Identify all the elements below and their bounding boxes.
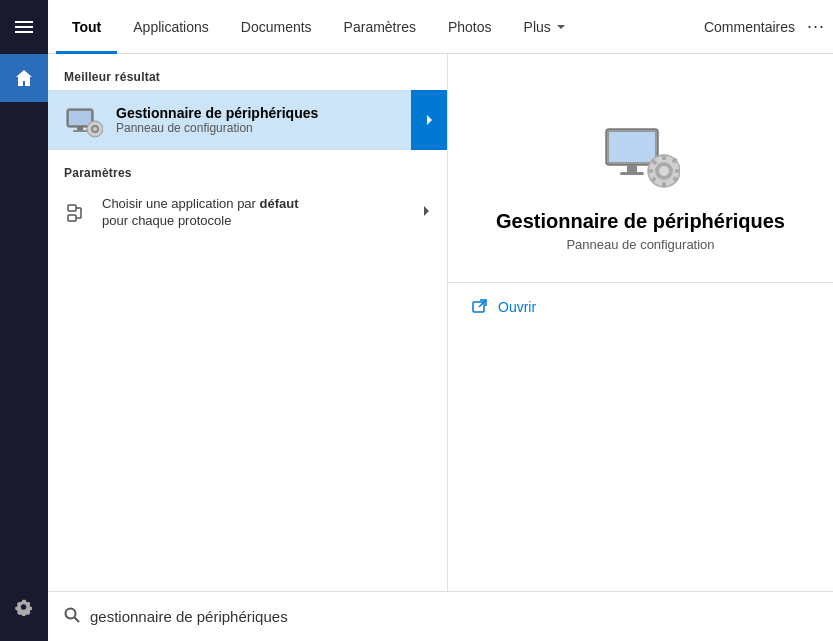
tabbar: Tout Applications Documents Paramètres P… [48,0,833,54]
svg-rect-2 [77,127,83,130]
main-area: Tout Applications Documents Paramètres P… [48,0,833,641]
hamburger-button[interactable] [0,0,48,54]
svg-rect-19 [662,155,666,160]
svg-rect-8 [68,215,76,221]
best-result-subtitle: Panneau de configuration [116,121,431,135]
settings-heading: Paramètres [48,160,447,186]
home-button[interactable] [0,54,48,102]
svg-rect-13 [609,132,655,162]
best-result-heading: Meilleur résultat [48,64,447,90]
settings-item-icon [64,199,92,227]
more-options-button[interactable]: ··· [807,16,825,37]
settings-section: Paramètres Choisir un [48,150,447,240]
svg-rect-7 [68,205,76,211]
detail-title: Gestionnaire de périphériques [496,210,785,233]
detail-panel: Gestionnaire de périphériques Panneau de… [448,54,833,591]
tab-applications[interactable]: Applications [117,0,225,54]
detail-open-action[interactable]: Ouvrir [472,299,536,315]
detail-subtitle: Panneau de configuration [566,237,714,252]
search-input[interactable] [90,608,817,625]
detail-icon [601,114,681,194]
open-label: Ouvrir [498,299,536,315]
detail-divider [448,282,833,283]
svg-line-30 [75,617,80,622]
settings-default-app-item[interactable]: Choisir une application par défautpour c… [48,186,447,240]
best-result-item[interactable]: Gestionnaire de périphériques Panneau de… [48,90,447,150]
comments-button[interactable]: Commentaires [704,19,795,35]
tab-tout[interactable]: Tout [56,0,117,54]
settings-button[interactable] [0,583,48,631]
tab-parametres[interactable]: Paramètres [328,0,432,54]
tab-photos[interactable]: Photos [432,0,508,54]
best-result-text: Gestionnaire de périphériques Panneau de… [116,105,431,135]
svg-point-18 [659,166,669,176]
svg-rect-1 [69,111,91,125]
settings-item-arrow [421,204,431,221]
home-icon [14,68,34,88]
svg-rect-15 [620,172,644,175]
tab-documents[interactable]: Documents [225,0,328,54]
sidebar [0,0,48,641]
tabbar-right: Commentaires ··· [704,16,825,37]
svg-rect-22 [675,169,680,173]
settings-item-text: Choisir une application par défautpour c… [102,196,421,230]
searchbar [48,591,833,641]
svg-rect-21 [648,169,653,173]
tab-plus[interactable]: Plus [508,0,583,54]
svg-point-6 [93,127,97,131]
search-icon [64,607,80,627]
svg-rect-3 [73,130,87,132]
hamburger-icon [15,18,33,36]
best-result-title: Gestionnaire de périphériques [116,105,431,121]
gear-icon [15,598,33,616]
chevron-down-icon [555,21,567,33]
svg-point-29 [66,608,76,618]
svg-line-28 [479,300,486,307]
results-panel: Meilleur résultat [48,54,448,591]
content-area: Meilleur résultat [48,54,833,591]
open-icon [472,299,488,315]
best-result-arrow[interactable] [411,90,447,150]
best-result-icon [64,100,104,140]
svg-rect-20 [662,182,666,187]
svg-rect-14 [627,165,637,172]
